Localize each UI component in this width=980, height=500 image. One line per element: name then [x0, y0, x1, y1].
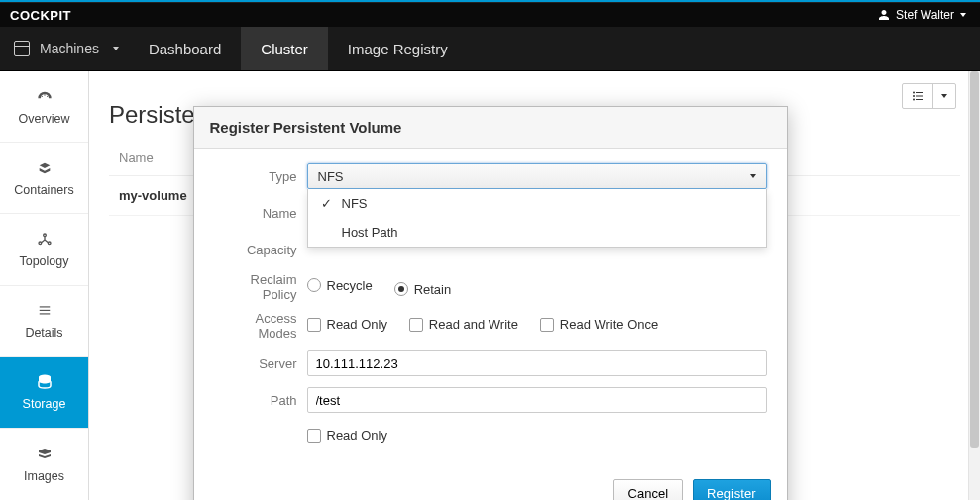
label-path: Path	[214, 393, 307, 408]
label-capacity: Capacity	[214, 243, 307, 257]
brand-logo: COCKPIT	[10, 8, 71, 23]
register-button[interactable]: Register	[693, 479, 770, 500]
check-read-write-once[interactable]: Read Write Once	[540, 317, 658, 332]
path-input[interactable]	[307, 387, 767, 413]
check-path-readonly[interactable]: Read Only	[307, 428, 387, 443]
radio-recycle[interactable]: Recycle	[307, 278, 373, 293]
type-dropdown: ✓ NFS Host Path	[307, 189, 767, 248]
chevron-down-icon	[750, 174, 756, 178]
label-reclaim: Reclaim Policy	[214, 272, 307, 302]
check-read-write[interactable]: Read and Write	[409, 317, 518, 332]
user-name: Stef Walter	[896, 8, 954, 22]
header-bar: COCKPIT Stef Walter	[0, 2, 980, 27]
type-select[interactable]: NFS	[307, 163, 767, 189]
radio-retain[interactable]: Retain	[394, 282, 452, 297]
type-option-hostpath[interactable]: Host Path	[308, 218, 766, 247]
user-menu[interactable]: Stef Walter	[874, 8, 970, 22]
label-type: Type	[214, 169, 307, 184]
modal-title: Register Persistent Volume	[194, 107, 787, 149]
cancel-button[interactable]: Cancel	[613, 479, 683, 500]
check-icon: ✓	[320, 196, 334, 211]
check-read-only[interactable]: Read Only	[307, 317, 387, 332]
label-name: Name	[214, 206, 307, 221]
chevron-down-icon	[960, 13, 966, 17]
label-access: Access Modes	[214, 311, 307, 341]
register-volume-modal: Register Persistent Volume Type NFS ✓ NF…	[193, 106, 788, 500]
type-selected-value: NFS	[318, 169, 344, 184]
user-icon	[878, 9, 890, 21]
modal-backdrop: Register Persistent Volume Type NFS ✓ NF…	[0, 27, 980, 500]
server-input[interactable]	[307, 350, 767, 376]
label-server: Server	[214, 356, 307, 371]
type-option-nfs[interactable]: ✓ NFS	[308, 189, 766, 218]
